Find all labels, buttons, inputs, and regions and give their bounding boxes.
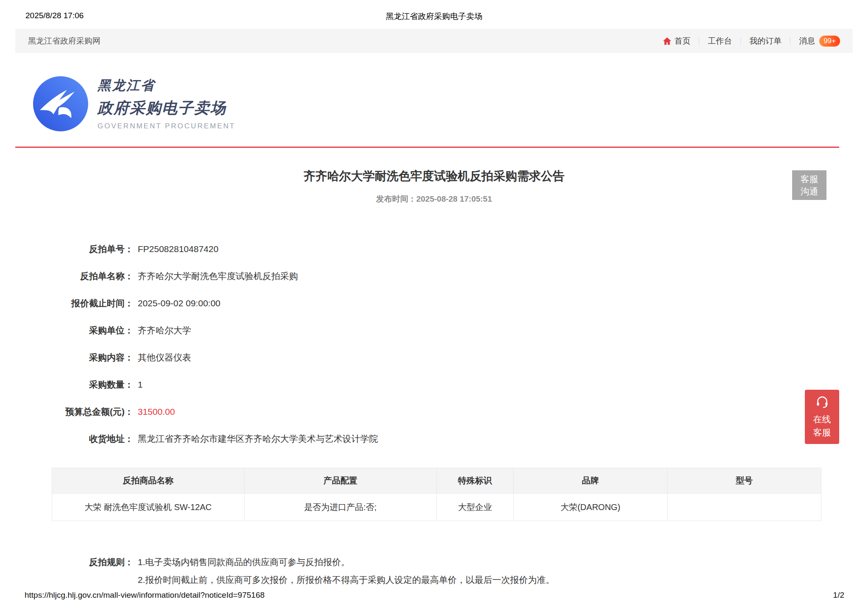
footer-url: https://hljcg.hlj.gov.cn/mall-view/infor… — [25, 591, 264, 600]
field-value: 齐齐哈尔大学 — [138, 325, 191, 336]
auction-rules: 反拍规则： 1.电子卖场内销售同款商品的供应商可参与反拍报价。 2.报价时间截止… — [0, 556, 868, 591]
field-value: 1 — [138, 379, 143, 390]
nav-item-messages[interactable]: 消息 — [799, 36, 815, 47]
field-label: 反拍单号： — [0, 244, 134, 255]
budget-amount: 31500.00 — [138, 406, 175, 417]
online-service-float-button[interactable]: 在线 客服 — [805, 390, 839, 444]
rules-lines: 1.电子卖场内销售同款商品的供应商可参与反拍报价。 2.报价时间截止前，供应商可… — [138, 556, 555, 591]
print-header: 2025/8/28 17:06 黑龙江省政府采购电子卖场 — [0, 0, 868, 21]
notice-header: 齐齐哈尔大学耐洗色牢度试验机反拍采购需求公告 发布时间：2025-08-28 1… — [0, 168, 868, 205]
print-page-title: 黑龙江省政府采购电子卖场 — [0, 11, 868, 22]
customer-service-label-line1: 客服 — [801, 173, 818, 185]
navbar-menu: 首页 工作台 我的订单 消息 99+ — [662, 36, 840, 47]
col-header-model: 型号 — [668, 468, 821, 494]
online-service-label-line1: 在线 — [813, 413, 831, 426]
notice-title: 齐齐哈尔大学耐洗色牢度试验机反拍采购需求公告 — [0, 168, 868, 184]
nav-item-label: 工作台 — [708, 36, 732, 47]
rule-line-2: 2.报价时间截止前，供应商可多次报价，所报价格不得高于采购人设定的最高单价，以最… — [138, 574, 555, 586]
cell-brand: 大荣(DARONG) — [514, 494, 668, 521]
product-table: 反拍商品名称 产品配置 特殊标识 品牌 型号 大荣 耐洗色牢度试验机 SW-12… — [52, 468, 821, 521]
nav-item-label: 消息 — [799, 36, 815, 47]
nav-item-workbench[interactable]: 工作台 — [708, 36, 732, 47]
field-label: 收货地址： — [0, 433, 134, 444]
headset-icon — [815, 395, 829, 409]
nav-divider — [699, 37, 699, 45]
field-label: 采购单位： — [0, 325, 134, 336]
field-row-order-no: 反拍单号： FP25082810487420 — [0, 244, 868, 255]
field-label: 采购数量： — [0, 379, 134, 390]
logo-line2: 政府采购电子卖场 — [97, 98, 235, 119]
rule-line-1: 1.电子卖场内销售同款商品的供应商可参与反拍报价。 — [138, 556, 555, 569]
cell-config: 是否为进口产品:否; — [244, 494, 437, 521]
field-row-quantity: 采购数量： 1 — [0, 379, 868, 390]
field-value: 2025-09-02 09:00:00 — [138, 298, 220, 309]
top-navbar: 黑龙江省政府采购网 首页 工作台 我的订单 消息 99+ — [15, 29, 853, 53]
nav-divider — [790, 37, 790, 45]
site-name-link[interactable]: 黑龙江省政府采购网 — [28, 36, 100, 47]
notice-fields: 反拍单号： FP25082810487420 反拍单名称： 齐齐哈尔大学耐洗色牢… — [0, 244, 868, 444]
field-row-order-name: 反拍单名称： 齐齐哈尔大学耐洗色牢度试验机反拍采购 — [0, 271, 868, 282]
logo-line1: 黑龙江省 — [97, 77, 235, 94]
nav-item-my-orders[interactable]: 我的订单 — [749, 36, 782, 47]
field-value: 黑龙江省齐齐哈尔市建华区齐齐哈尔大学美术与艺术设计学院 — [138, 433, 378, 444]
field-row-address: 收货地址： 黑龙江省齐齐哈尔市建华区齐齐哈尔大学美术与艺术设计学院 — [0, 433, 868, 444]
nav-item-home[interactable]: 首页 — [662, 36, 690, 47]
field-row-purchaser: 采购单位： 齐齐哈尔大学 — [0, 325, 868, 336]
online-service-label-line2: 客服 — [813, 426, 831, 439]
site-logo: 黑龙江省 政府采购电子卖场 GOVERNMENT PROCUREMENT — [33, 75, 868, 132]
nav-divider — [740, 37, 741, 45]
dragon-logo-icon — [33, 76, 88, 131]
customer-service-button[interactable]: 客服 沟通 — [792, 170, 826, 200]
field-row-budget: 预算总金额(元)： 31500.00 — [0, 406, 868, 417]
rules-label: 反拍规则： — [0, 556, 134, 591]
field-label: 反拍单名称： — [0, 271, 134, 282]
col-header-brand: 品牌 — [514, 468, 668, 494]
field-label: 采购内容： — [0, 352, 134, 363]
publish-time: 发布时间：2025-08-28 17:05:51 — [0, 194, 868, 205]
table-row: 大荣 耐洗色牢度试验机 SW-12AC 是否为进口产品:否; 大型企业 大荣(D… — [52, 494, 821, 521]
cell-special-flag: 大型企业 — [437, 494, 514, 521]
message-count-badge[interactable]: 99+ — [819, 36, 840, 47]
table-header-row: 反拍商品名称 产品配置 特殊标识 品牌 型号 — [52, 468, 821, 494]
home-icon — [662, 36, 672, 46]
red-divider — [15, 147, 839, 148]
nav-item-label: 我的订单 — [749, 36, 782, 47]
field-value: 齐齐哈尔大学耐洗色牢度试验机反拍采购 — [138, 271, 298, 282]
field-row-deadline: 报价截止时间： 2025-09-02 09:00:00 — [0, 298, 868, 309]
nav-item-label: 首页 — [674, 36, 690, 47]
logo-line3: GOVERNMENT PROCUREMENT — [97, 122, 235, 130]
col-header-product-name: 反拍商品名称 — [52, 468, 245, 494]
field-value: 其他仪器仪表 — [138, 352, 191, 363]
field-label: 预算总金额(元)： — [0, 406, 134, 417]
field-row-content: 采购内容： 其他仪器仪表 — [0, 352, 868, 363]
logo-text: 黑龙江省 政府采购电子卖场 GOVERNMENT PROCUREMENT — [97, 77, 235, 130]
customer-service-label-line2: 沟通 — [801, 185, 818, 197]
col-header-special-flag: 特殊标识 — [437, 468, 514, 494]
cell-product-name: 大荣 耐洗色牢度试验机 SW-12AC — [52, 494, 245, 521]
field-value: FP25082810487420 — [138, 244, 218, 255]
cell-model — [668, 494, 821, 521]
col-header-config: 产品配置 — [244, 468, 437, 494]
field-label: 报价截止时间： — [0, 298, 134, 309]
footer-page-number: 1/2 — [833, 591, 844, 600]
